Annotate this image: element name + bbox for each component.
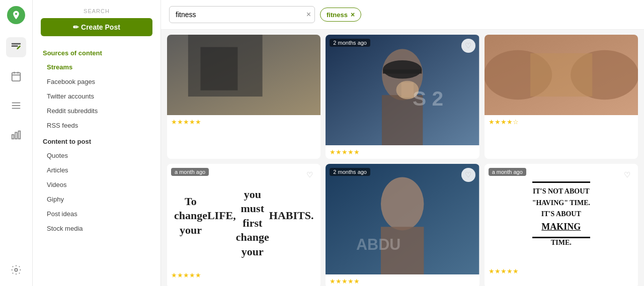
search-clear-button[interactable]: × <box>306 10 311 19</box>
search-label: SEARCH <box>33 0 160 18</box>
calendar-nav-icon[interactable] <box>6 66 26 86</box>
settings-nav-icon[interactable] <box>6 260 26 280</box>
sidebar-item-quotes[interactable]: Quotes <box>33 148 160 163</box>
card-1-image <box>167 35 320 115</box>
card-4-quote: To change your LIFE,you must first chang… <box>167 164 320 268</box>
svg-point-29 <box>381 177 424 231</box>
list-nav-icon[interactable] <box>6 96 26 116</box>
create-post-button[interactable]: ✏ Create Post <box>41 18 152 36</box>
content-grid: ★★★★★ 2 months ago ♡ S <box>161 30 644 286</box>
card-4-badge: a month ago <box>171 168 209 176</box>
main-content: × fitness × ★★★★★ 2 months ago ♡ <box>161 0 644 286</box>
masonry-grid: ★★★★★ 2 months ago ♡ S <box>167 30 638 286</box>
svg-rect-9 <box>12 135 14 139</box>
sidebar-item-giphy[interactable]: Giphy <box>33 192 160 207</box>
fitness-tag-chip[interactable]: fitness × <box>320 8 361 22</box>
sidebar-item-stock-media[interactable]: Stock media <box>33 221 160 236</box>
card-6-stars: ★★★★★ <box>485 264 638 278</box>
card-6-heart[interactable]: ♡ <box>620 168 634 182</box>
sidebar-item-reddit[interactable]: Reddit subreddits <box>33 104 160 118</box>
svg-text:ABDU: ABDU <box>356 236 400 253</box>
sidebar-item-twitter-accounts[interactable]: Twitter accounts <box>33 89 160 104</box>
card-2-stars: ★★★★★ <box>326 145 479 159</box>
svg-rect-15 <box>201 47 238 90</box>
tag-label: fitness <box>327 11 348 19</box>
chart-nav-icon[interactable] <box>6 125 26 145</box>
card-6-badge: a month ago <box>489 168 526 176</box>
sidebar-item-videos[interactable]: Videos <box>33 177 160 192</box>
card-5-stars: ★★★★★ <box>326 274 479 286</box>
svg-rect-22 <box>401 82 414 98</box>
svg-rect-10 <box>15 132 17 139</box>
sidebar-item-articles[interactable]: Articles <box>33 163 160 177</box>
svg-rect-20 <box>383 69 422 73</box>
svg-text:S 2: S 2 <box>413 87 443 110</box>
svg-point-12 <box>15 268 18 271</box>
card-6[interactable]: a month ago ♡ IT'S NOT ABOUT "HAVING" TI… <box>485 164 638 286</box>
card-2-image: S 2 <box>326 35 479 145</box>
card-3-image <box>485 35 638 115</box>
card-1-stars: ★★★★★ <box>167 115 320 129</box>
card-2-badge: 2 months ago <box>330 39 370 47</box>
sidebar-item-post-ideas[interactable]: Post ideas <box>33 207 160 221</box>
card-3-stars: ★★★★☆ <box>485 115 638 129</box>
card-2[interactable]: 2 months ago ♡ S 2 ★★★★★ <box>326 35 479 159</box>
svg-rect-27 <box>530 53 592 97</box>
card-5[interactable]: 2 months ago ♡ ABDU ★★★★★ <box>326 164 479 286</box>
card-3[interactable]: ★★★★☆ <box>485 35 638 159</box>
sidebar-item-facebook-pages[interactable]: Facebook pages <box>33 74 160 89</box>
svg-rect-0 <box>12 43 21 45</box>
card-5-badge: 2 months ago <box>330 168 370 176</box>
card-2-heart[interactable]: ♡ <box>461 39 475 53</box>
content-to-post-title: Content to post <box>33 133 160 148</box>
card-5-image: ABDU <box>326 164 479 274</box>
search-input[interactable] <box>169 6 315 23</box>
svg-rect-2 <box>12 73 21 81</box>
card-4[interactable]: a month ago ♡ To change your LIFE,you mu… <box>167 164 320 286</box>
sources-of-content-title: Sources of content <box>33 44 160 60</box>
search-bar: × fitness × <box>161 0 644 30</box>
sidebar-item-streams[interactable]: Streams <box>33 60 160 74</box>
sidebar-item-rss[interactable]: RSS feeds <box>33 118 160 133</box>
card-1[interactable]: ★★★★★ <box>167 35 320 159</box>
card-4-stars: ★★★★★ <box>167 268 320 282</box>
logo-icon[interactable] <box>7 6 25 24</box>
tag-close-icon[interactable]: × <box>351 11 355 19</box>
sidebar: SEARCH ✏ Create Post Sources of content … <box>33 0 161 286</box>
svg-rect-11 <box>19 131 21 139</box>
card-6-quote: IT'S NOT ABOUT "HAVING" TIME. IT'S ABOUT… <box>485 164 638 264</box>
svg-rect-1 <box>12 45 18 47</box>
compose-nav-icon[interactable] <box>6 37 26 57</box>
card-5-heart[interactable]: ♡ <box>461 168 475 182</box>
search-input-wrap: × <box>169 6 315 23</box>
icon-bar <box>0 0 33 286</box>
